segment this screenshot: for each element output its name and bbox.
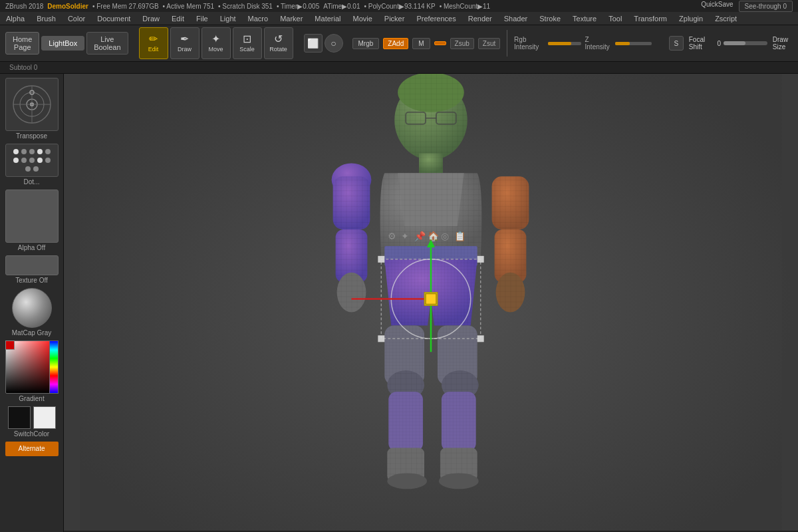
live-boolean-tab[interactable]: Live Boolean — [86, 32, 128, 55]
menu-stroke[interactable]: Stroke — [537, 14, 563, 23]
m-btn[interactable]: M — [412, 38, 430, 49]
move-button[interactable]: ✦ Move — [201, 27, 231, 59]
svg-text:✦: ✦ — [401, 231, 409, 241]
svg-point-40 — [387, 473, 427, 489]
alternate-widget: Alternate — [4, 442, 60, 456]
svg-point-31 — [496, 273, 525, 313]
alpha-off-label: Alpha Off — [18, 244, 46, 251]
svg-rect-16 — [419, 153, 443, 173]
black-swatch[interactable] — [8, 406, 31, 429]
menu-picker[interactable]: Picker — [382, 14, 407, 23]
edit-icon: ✏ — [149, 34, 158, 45]
menu-preferences[interactable]: Preferences — [414, 14, 458, 23]
menu-texture[interactable]: Texture — [571, 14, 598, 23]
svg-text:⚙: ⚙ — [388, 231, 396, 241]
menu-file[interactable]: File — [194, 14, 210, 23]
texture-display[interactable] — [5, 255, 59, 275]
menu-zscript[interactable]: Zscript — [713, 14, 739, 23]
svg-rect-53 — [378, 335, 384, 342]
brush-icon-btn[interactable]: ⬜ — [304, 34, 323, 53]
white-swatch[interactable] — [33, 406, 56, 429]
alternate-btn[interactable]: Alternate — [5, 442, 59, 456]
menu-tool[interactable]: Tool — [606, 14, 624, 23]
alpha-display[interactable] — [5, 190, 59, 243]
menu-macro[interactable]: Macro — [246, 14, 271, 23]
move-label: Move — [209, 46, 223, 53]
left-sidebar: Transpose Dot... — [0, 74, 64, 532]
zsub2-btn[interactable]: Zsut — [478, 38, 500, 49]
svg-rect-51 — [378, 256, 384, 263]
focal-shift-slider[interactable] — [724, 41, 767, 45]
menu-alpha[interactable]: Alpha — [4, 14, 27, 23]
menu-brush[interactable]: Brush — [35, 14, 58, 23]
color-picker-container[interactable] — [5, 340, 59, 394]
see-through-btn[interactable]: See-through 0 — [739, 1, 793, 12]
svg-point-49 — [439, 473, 479, 489]
main-toolbar: Home Page LightBox Live Boolean ✏ Edit ✒… — [0, 25, 798, 62]
draw-icon: ✒ — [180, 34, 189, 45]
menu-color[interactable]: Color — [66, 14, 87, 23]
move-icon: ✦ — [211, 34, 220, 45]
transpose-label: Transpose — [16, 132, 47, 140]
stroke-icon-btn[interactable]: ○ — [325, 34, 343, 53]
dot-11 — [25, 166, 31, 172]
switch-color-label: SwitchColor — [14, 430, 49, 438]
viewport[interactable]: ⚙ ✦ 📌 🏠 ◎ 📋 ZBrush 2018 — [64, 74, 798, 532]
gradient-label: Gradient — [19, 395, 44, 402]
symmetry-icon-btn[interactable]: S — [669, 36, 684, 51]
svg-rect-54 — [477, 335, 484, 342]
z-slider-track[interactable] — [615, 42, 652, 45]
rotate-button[interactable]: ↺ Rotate — [264, 27, 293, 59]
svg-point-11 — [398, 74, 464, 112]
menu-material[interactable]: Material — [313, 14, 342, 23]
menu-light[interactable]: Light — [218, 14, 238, 23]
menu-document[interactable]: Document — [95, 14, 132, 23]
red-swatch — [5, 340, 15, 350]
rgb-intensity-label: Rgb Intensity — [514, 36, 546, 51]
divider-3 — [507, 30, 507, 57]
matcap-sphere[interactable] — [12, 288, 52, 328]
dot-display[interactable] — [5, 144, 59, 177]
rgb-intensity-slider: Rgb Intensity — [514, 36, 581, 51]
menu-zplugin[interactable]: Zplugin — [677, 14, 705, 23]
dot-1 — [13, 149, 19, 154]
menu-transform[interactable]: Transform — [632, 14, 669, 23]
lightbox-tab[interactable]: LightBox — [41, 36, 84, 51]
menu-marker[interactable]: Marker — [278, 14, 305, 23]
transpose-widget: Transpose — [4, 78, 60, 140]
right-controls: S Focal Shift 0 Draw Size 64 Dynamic ◎ A… — [669, 28, 798, 59]
menu-movie[interactable]: Movie — [350, 14, 374, 23]
svg-rect-46 — [442, 392, 476, 452]
middle-controls: Mrgb ZAdd M Zsub Zsut Rgb Intensity Z In… — [352, 30, 652, 57]
svg-text:📋: 📋 — [454, 231, 466, 242]
edit-button[interactable]: ✏ Edit — [139, 27, 168, 59]
svg-rect-52 — [477, 256, 484, 263]
menu-shader[interactable]: Shader — [502, 14, 529, 23]
scale-button[interactable]: ⊡ Scale — [233, 27, 262, 59]
dot-7 — [21, 158, 27, 163]
rgb-slider-track[interactable] — [548, 42, 581, 45]
m-orange-btn[interactable] — [434, 41, 446, 45]
symmetry-controls: S — [669, 36, 684, 51]
transpose-display[interactable] — [5, 78, 59, 131]
transform-buttons: ✏ Edit ✒ Draw ✦ Move ⊡ Scale ↺ Rotate — [139, 27, 293, 59]
dot-label: Dot... — [24, 178, 40, 186]
home-page-btn[interactable]: Home Page — [5, 32, 39, 55]
subtool-label: Subtool 0 — [5, 64, 41, 71]
mrgb-btn[interactable]: Mrgb — [352, 38, 380, 49]
quick-save-btn[interactable]: QuickSave — [701, 1, 733, 12]
menu-draw[interactable]: Draw — [140, 14, 162, 23]
color-widget: Gradient — [4, 340, 60, 402]
dot-2 — [21, 149, 27, 154]
svg-point-25 — [337, 273, 366, 313]
zsub-btn[interactable]: Zsub — [450, 38, 474, 49]
z-slider-fill — [615, 42, 630, 45]
svg-rect-21 — [333, 176, 370, 229]
svg-text:📌: 📌 — [414, 231, 426, 242]
matcap-label: MatCap Gray — [12, 329, 51, 336]
zadd-btn[interactable]: ZAdd — [383, 38, 408, 49]
menu-render[interactable]: Render — [466, 14, 494, 23]
scale-icon: ⊡ — [243, 34, 251, 45]
draw-button[interactable]: ✒ Draw — [170, 27, 200, 59]
menu-edit[interactable]: Edit — [170, 14, 186, 23]
